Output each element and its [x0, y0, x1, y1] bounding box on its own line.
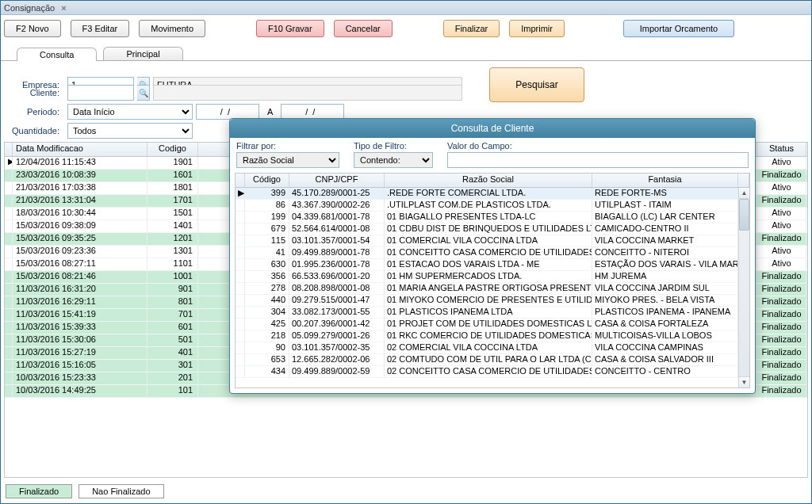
toolbar: F2 Novo F3 Editar Movimento F10 Gravar C…	[1, 15, 811, 44]
cell-razao: 01 PROJET COM DE UTILIDADES DOMESTICAS L…	[385, 319, 592, 330]
modal-row[interactable]: 43409.499.889/0002-5902 CONCEITTO CASA C…	[236, 366, 738, 378]
scroll-up-icon[interactable]: ▲	[739, 188, 749, 199]
cell-data: 21/03/2016 13:31:04	[13, 195, 147, 208]
cell-status: Finalizado	[757, 271, 806, 284]
cell-data: 15/03/2016 09:35:25	[13, 233, 147, 246]
cell-codigo: 701	[147, 309, 198, 322]
periodo-label: Periodo:	[9, 107, 64, 116]
cell-status: Ativo	[757, 182, 806, 195]
cell-fantasia: VILA COCCINA MARKET	[592, 235, 738, 247]
row-marker-icon	[236, 271, 245, 283]
row-marker-icon	[236, 223, 245, 235]
cell-cnpj: 33.082.173/0001-55	[289, 307, 385, 319]
modal-row[interactable]: 30433.082.173/0001-5501 PLASTICOS IPANEM…	[236, 307, 738, 319]
movimento-button[interactable]: Movimento	[139, 20, 205, 37]
cell-codigo: 440	[245, 295, 289, 307]
modal-row[interactable]: 67952.564.614/0001-0801 CDBU DIST DE BRI…	[236, 223, 738, 235]
scroll-down-icon[interactable]: ▼	[739, 376, 749, 388]
row-marker-icon	[5, 347, 13, 360]
modal-row[interactable]: 4109.499.889/0001-7801 CONCEITTO CASA CO…	[236, 247, 738, 259]
close-tab-icon[interactable]: ×	[61, 3, 66, 13]
row-marker-icon	[236, 235, 245, 247]
cell-cnpj: 04.339.681/0001-78	[289, 212, 385, 223]
cell-status: Finalizado	[757, 309, 806, 322]
cell-codigo: 41	[245, 247, 289, 259]
cell-fantasia: REDE FORTE-MS	[592, 188, 738, 200]
row-marker-icon	[5, 372, 13, 385]
mcol-fantasia[interactable]: Fantasia	[592, 174, 738, 187]
modal-row[interactable]: 44009.279.515/0001-4701 MIYOKO COMERCIO …	[236, 295, 738, 307]
window-title: Consignação	[4, 3, 55, 13]
cliente-label: Cliente:	[9, 88, 64, 97]
cell-razao: 02 COMTUDO COM DE UTIL PARA O LAR LTDA (…	[385, 354, 592, 366]
valor-campo-input[interactable]	[447, 152, 749, 168]
col-data[interactable]: Data Modificacao	[13, 143, 147, 156]
cell-fantasia: CASA & COISA FORTALEZA	[592, 319, 738, 330]
cell-data: 11/03/2016 15:41:19	[13, 309, 147, 322]
legend-nao-finalized: Nao Finalizado	[79, 484, 163, 498]
mcol-codigo[interactable]: Código	[245, 174, 289, 187]
modal-row[interactable]: 9003.101.357/0002-3502 COMERCIAL VILA CO…	[236, 342, 738, 354]
date-to-input[interactable]	[281, 104, 344, 120]
cell-razao: 02 CONCEITTO CASA COMERCIO DE UTILIDADES…	[385, 366, 592, 378]
filtrar-por-select[interactable]: Razão Social	[236, 152, 339, 168]
tipo-filtro-select[interactable]: Contendo:	[354, 152, 433, 168]
cell-status: Ativo	[757, 258, 806, 271]
novo-button[interactable]: F2 Novo	[4, 20, 61, 37]
filtrar-por-label: Filtrar por:	[236, 141, 339, 151]
cell-data: 11/03/2016 16:29:11	[13, 296, 147, 309]
periodo-select[interactable]: Data Início	[67, 104, 193, 120]
modal-row[interactable]: 8643.367.390/0002-26.UTILPLAST COM.DE PL…	[236, 200, 738, 212]
mcol-razao[interactable]: Razão Social	[385, 174, 592, 187]
modal-row[interactable]: 27808.208.898/0001-0801 MARIA ANGELA PAS…	[236, 283, 738, 295]
row-marker-icon	[236, 354, 245, 366]
finalizar-button[interactable]: Finalizar	[443, 20, 500, 37]
cell-codigo: 901	[147, 284, 198, 296]
editar-button[interactable]: F3 Editar	[71, 20, 130, 37]
cell-status: Ativo	[757, 157, 806, 170]
cell-status: Finalizado	[757, 385, 806, 398]
modal-row[interactable]: 21805.099.279/0001-2601 RKC COMERCIO DE …	[236, 330, 738, 342]
quantidade-select[interactable]: Todos	[67, 123, 193, 139]
tab-principal[interactable]: Principal	[103, 47, 182, 60]
mcol-cnpj[interactable]: CNPJ/CPF	[289, 174, 385, 187]
cell-codigo: 1401	[147, 220, 198, 233]
pesquisar-button[interactable]: Pesquisar	[489, 67, 584, 102]
cell-codigo: 1101	[147, 258, 198, 271]
modal-row[interactable]: 65312.665.282/0002-0602 COMTUDO COM DE U…	[236, 354, 738, 366]
cell-razao: 01 BIAGALLO PRESENTES LTDA-LC	[385, 212, 592, 223]
cell-cnpj: 52.564.614/0001-08	[289, 223, 385, 235]
modal-row[interactable]: ▶39945.170.289/0001-25.REDE FORTE COMERC…	[236, 188, 738, 200]
modal-row[interactable]: 63001.995.236/0001-7801 ESTACAO DOS VARA…	[236, 259, 738, 271]
modal-grid[interactable]: Código CNPJ/CPF Razão Social Fantasia ▶3…	[235, 173, 750, 388]
cliente-lookup-icon[interactable]: 🔍	[137, 85, 150, 101]
cell-fantasia: ESTAÇÃO DOS VARAIS - VILA MARIANA	[592, 259, 738, 271]
cancelar-button[interactable]: Cancelar	[334, 20, 393, 37]
gravar-button[interactable]: F10 Gravar	[256, 20, 324, 37]
imprimir-button[interactable]: Imprimir	[509, 20, 565, 37]
cell-status: Finalizado	[757, 233, 806, 246]
importar-button[interactable]: Importar Orcamento	[623, 20, 734, 37]
cliente-input[interactable]	[67, 85, 134, 101]
row-marker-icon	[236, 330, 245, 342]
modal-row[interactable]: 42500.207.396/0001-4201 PROJET COM DE UT…	[236, 319, 738, 330]
row-marker-icon	[236, 295, 245, 307]
cliente-name	[153, 85, 462, 101]
cell-codigo: 1601	[147, 170, 198, 182]
col-codigo[interactable]: Codigo	[147, 143, 198, 156]
cell-cnpj: 01.995.236/0001-78	[289, 259, 385, 271]
cell-cnpj: 66.533.696/0001-20	[289, 271, 385, 283]
cell-data: 15/03/2016 08:21:46	[13, 271, 147, 284]
scroll-thumb[interactable]	[739, 199, 749, 231]
cell-codigo: 218	[245, 330, 289, 342]
modal-row[interactable]: 35666.533.696/0001-2001 HM SUPERMERCADOS…	[236, 271, 738, 283]
modal-scrollbar[interactable]: ▲ ▼	[738, 188, 749, 388]
col-status[interactable]: Status	[757, 143, 806, 156]
cell-fantasia: CONCEITTO - CENTRO	[592, 366, 738, 378]
row-marker-icon: ▶	[236, 188, 245, 200]
date-from-input[interactable]	[196, 104, 259, 120]
modal-row[interactable]: 19904.339.681/0001-7801 BIAGALLO PRESENT…	[236, 212, 738, 223]
cell-codigo: 434	[245, 366, 289, 378]
modal-row[interactable]: 11503.101.357/0001-5401 COMERCIAL VILA C…	[236, 235, 738, 247]
tab-consulta[interactable]: Consulta	[17, 48, 97, 61]
